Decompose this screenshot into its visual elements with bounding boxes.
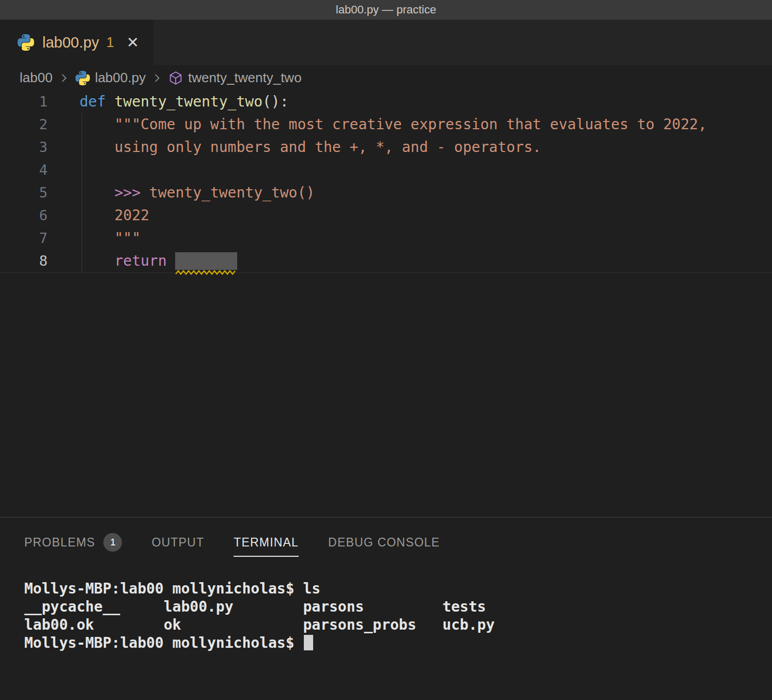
- terminal-line: __pycache__ lab00.py parsons tests: [24, 598, 772, 616]
- panel-tab-output[interactable]: OUTPUT: [151, 536, 204, 557]
- code-text: def twenty_twenty_two():: [48, 90, 289, 113]
- code-line[interactable]: 2 """Come up with the most creative expr…: [0, 113, 772, 136]
- tab-lab00py[interactable]: lab00.py 1 ✕: [0, 20, 153, 65]
- line-number: 1: [0, 90, 48, 113]
- terminal-output[interactable]: Mollys-MBP:lab00 mollynicholas$ ls__pyca…: [0, 559, 772, 652]
- python-icon: [18, 34, 34, 51]
- panel-tab-bar: PROBLEMS1OUTPUTTERMINALDEBUG CONSOLE: [0, 518, 772, 559]
- panel-tab-problems[interactable]: PROBLEMS1: [24, 533, 122, 559]
- tab-filename: lab00.py: [42, 34, 99, 51]
- breadcrumb-item[interactable]: lab00.py: [95, 70, 146, 86]
- code-line[interactable]: 7 """: [0, 227, 772, 250]
- terminal-text: lab00.ok ok parsons_probs ucb.py: [24, 616, 495, 633]
- breadcrumb: lab00lab00.pytwenty_twenty_two: [0, 65, 772, 90]
- tab-bar: lab00.py 1 ✕: [0, 20, 772, 65]
- panel-tab-label: PROBLEMS: [24, 536, 95, 550]
- terminal-cursor[interactable]: [304, 635, 313, 650]
- panel-tab-terminal[interactable]: TERMINAL: [234, 536, 299, 557]
- line-number: 7: [0, 227, 48, 250]
- code-text: >>> twenty_twenty_two(): [48, 181, 315, 204]
- breadcrumb-item[interactable]: twenty_twenty_two: [188, 70, 302, 86]
- code-text: using only numbers and the +, *, and - o…: [48, 136, 541, 159]
- panel-tab-label: OUTPUT: [151, 536, 204, 550]
- panel-tab-label: TERMINAL: [234, 536, 299, 550]
- code-line[interactable]: 8 return: [0, 250, 772, 273]
- line-number: 8: [0, 250, 48, 272]
- problems-count-badge: 1: [103, 533, 122, 552]
- python-icon: [75, 71, 90, 85]
- code-line[interactable]: 5 >>> twenty_twenty_two(): [0, 181, 772, 204]
- code-text: """: [48, 227, 141, 250]
- line-number: 5: [0, 181, 48, 204]
- window-title: lab00.py — practice: [336, 3, 436, 17]
- panel-tab-debug-console[interactable]: DEBUG CONSOLE: [328, 536, 440, 557]
- selected-text-warning: [175, 252, 237, 270]
- terminal-text: __pycache__ lab00.py parsons tests: [24, 598, 486, 615]
- terminal-line: lab00.ok ok parsons_probs ucb.py: [24, 616, 772, 634]
- tab-problem-count: 1: [106, 35, 114, 51]
- terminal-text: Mollys-MBP:lab00 mollynicholas$: [24, 634, 303, 651]
- code-editor[interactable]: 1def twenty_twenty_two():2 """Come up wi…: [0, 90, 772, 517]
- code-text: """Come up with the most creative expres…: [48, 113, 707, 136]
- code-line[interactable]: 1def twenty_twenty_two():: [0, 90, 772, 113]
- chevron-right-icon: [151, 72, 163, 84]
- indent-guide: [82, 113, 82, 272]
- terminal-line: Mollys-MBP:lab00 mollynicholas$: [24, 634, 772, 652]
- bottom-panel: PROBLEMS1OUTPUTTERMINALDEBUG CONSOLE Mol…: [0, 517, 772, 700]
- terminal-line: Mollys-MBP:lab00 mollynicholas$ ls: [24, 580, 772, 598]
- code-text: [48, 159, 80, 181]
- code-text: return: [48, 250, 237, 272]
- code-text: 2022: [48, 204, 149, 227]
- code-line[interactable]: 3 using only numbers and the +, *, and -…: [0, 136, 772, 159]
- code-line[interactable]: 6 2022: [0, 204, 772, 227]
- line-number: 6: [0, 204, 48, 227]
- close-icon[interactable]: ✕: [127, 35, 139, 50]
- line-number: 3: [0, 136, 48, 159]
- panel-tab-label: DEBUG CONSOLE: [328, 536, 440, 550]
- line-number: 2: [0, 113, 48, 136]
- symbol-cube-icon: [168, 71, 183, 85]
- line-number: 4: [0, 159, 48, 181]
- terminal-text: Mollys-MBP:lab00 mollynicholas$ ls: [24, 580, 320, 597]
- title-bar: lab00.py — practice: [0, 0, 772, 20]
- breadcrumb-item[interactable]: lab00: [20, 70, 53, 86]
- code-line[interactable]: 4: [0, 159, 772, 181]
- chevron-right-icon: [58, 72, 70, 84]
